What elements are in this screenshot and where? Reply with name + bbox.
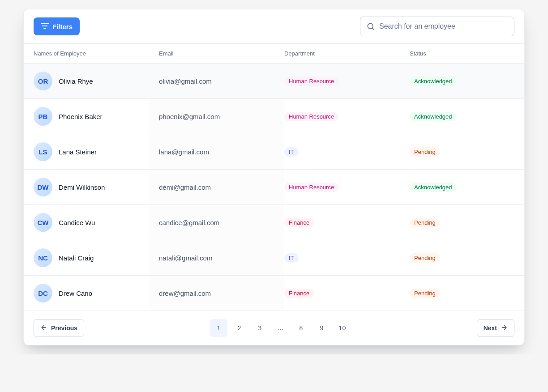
email-cell: candice@gmail.com [149,205,284,240]
email-cell: drew@gmail.com [149,276,284,311]
toolbar: Filters [24,9,524,43]
department-badge: Human Resource [284,112,338,121]
department-badge: Human Resource [284,77,338,86]
page-button-1[interactable]: 1 [210,319,227,337]
svg-point-3 [368,23,373,29]
col-department: Department [284,50,410,57]
name-cell: CWCandice Wu [34,213,159,232]
arrow-right-icon [501,324,508,332]
col-name: Names of Employee [34,50,159,57]
department-cell: IT [284,253,410,263]
page-list: 123...8910 [210,319,351,337]
search-icon [366,22,375,31]
status-cell: Acknowledged [410,183,514,192]
status-badge: Pending [410,253,440,263]
page-button-3[interactable]: 3 [251,319,269,337]
status-cell: Acknowledged [410,112,514,121]
status-cell: Acknowledged [410,77,514,86]
name-cell: OROlivia Rhye [34,72,159,90]
name-cell: NCNatali Craig [34,248,159,267]
svg-line-4 [372,28,374,30]
department-cell: Human Resource [284,112,410,121]
page-button-10[interactable]: 10 [333,319,351,337]
table-row[interactable]: CWCandice Wucandice@gmail.comFinancePend… [24,205,524,240]
avatar: LS [34,142,52,161]
table-row[interactable]: LSLana Steinerlana@gmail.comITPending [24,134,524,170]
department-badge: Finance [284,218,314,227]
avatar: OR [34,72,52,90]
search-wrap [360,17,514,36]
status-cell: Pending [410,253,514,263]
table-row[interactable]: OROlivia Rhyeolivia@gmail.comHuman Resou… [24,64,524,99]
email-cell: lana@gmail.com [149,134,284,169]
status-badge: Pending [410,147,440,157]
department-cell: IT [284,147,410,157]
status-badge: Pending [410,289,440,298]
col-status: Status [410,50,514,57]
avatar: CW [34,213,52,232]
employee-name: Demi Wilkinson [59,183,105,191]
email-cell: phoenix@gmail.com [149,99,284,134]
avatar: NC [34,248,52,267]
status-badge: Pending [410,218,440,227]
page-ellipsis: ... [271,324,289,332]
table-row[interactable]: DWDemi Wilkinsondemi@gmail.comHuman Reso… [24,170,524,205]
email-cell: olivia@gmail.com [149,64,284,98]
department-cell: Finance [284,218,410,227]
department-cell: Human Resource [284,183,410,192]
employee-table-card: Filters Names of Employee Email Departme… [23,9,525,345]
department-badge: Finance [284,289,314,298]
status-cell: Pending [410,218,514,227]
page-button-8[interactable]: 8 [292,319,310,337]
avatar: DC [34,284,52,303]
department-badge: IT [284,253,299,263]
status-badge: Acknowledged [410,183,457,192]
status-badge: Acknowledged [410,77,457,86]
name-cell: PBPhoenix Baker [34,107,159,126]
avatar: PB [34,107,52,126]
name-cell: DCDrew Cano [34,284,159,303]
employee-name: Lana Steiner [59,148,97,156]
department-cell: Human Resource [284,77,410,86]
avatar: DW [34,178,52,196]
email-cell: natali@gmail.com [149,240,284,275]
col-email: Email [159,50,284,57]
page-button-9[interactable]: 9 [313,319,330,337]
email-cell: demi@gmail.com [149,170,284,205]
next-label: Next [484,324,497,332]
name-cell: DWDemi Wilkinson [34,178,159,196]
status-cell: Pending [410,289,514,298]
previous-button[interactable]: Previous [34,319,84,337]
next-button[interactable]: Next [477,319,514,337]
name-cell: LSLana Steiner [34,142,159,161]
status-badge: Acknowledged [410,112,457,121]
employee-name: Drew Cano [59,290,92,297]
filters-label: Filters [52,23,73,30]
employee-name: Phoenix Baker [59,113,103,120]
previous-label: Previous [51,324,77,332]
department-cell: Finance [284,289,410,298]
table-row[interactable]: PBPhoenix Bakerphoenix@gmail.comHuman Re… [24,99,524,134]
table-header: Names of Employee Email Department Statu… [24,43,524,64]
employee-name: Olivia Rhye [59,77,93,85]
status-cell: Pending [410,147,514,157]
page-button-2[interactable]: 2 [230,319,248,337]
search-input[interactable] [360,17,514,36]
table-row[interactable]: DCDrew Canodrew@gmail.comFinancePending [24,276,524,311]
filter-icon [41,23,49,30]
pagination: Previous 123...8910 Next [24,311,524,345]
employee-name: Natali Craig [59,254,94,262]
filters-button[interactable]: Filters [34,17,80,35]
table-body: OROlivia Rhyeolivia@gmail.comHuman Resou… [24,64,524,311]
employee-name: Candice Wu [59,219,95,226]
arrow-left-icon [40,324,47,332]
department-badge: IT [284,147,299,157]
table-row[interactable]: NCNatali Craignatali@gmail.comITPending [24,240,524,276]
department-badge: Human Resource [284,183,338,192]
